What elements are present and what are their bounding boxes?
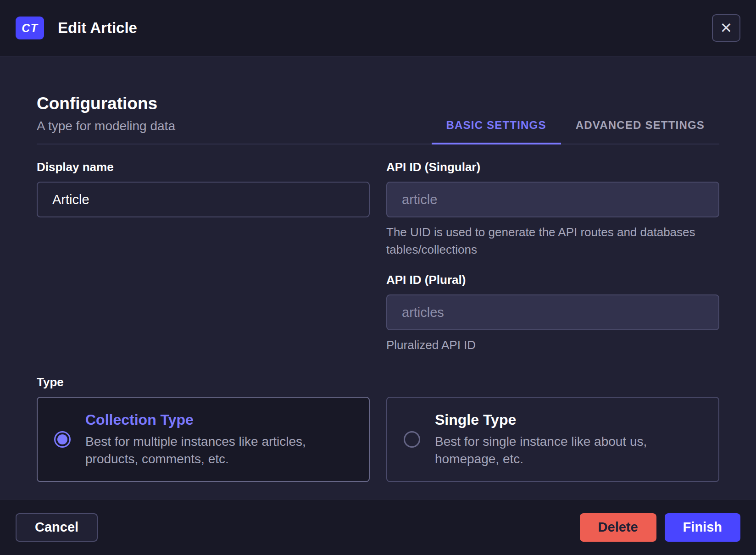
api-id-plural-field-group: API ID (Plural) Pluralized API ID	[386, 273, 719, 354]
collection-type-description: Best for multiple instances like article…	[85, 433, 352, 468]
close-button[interactable]: ✕	[712, 14, 740, 42]
form-grid: Display name API ID (Singular) The UID i…	[37, 160, 719, 354]
delete-button[interactable]: Delete	[580, 513, 656, 542]
form-column-left: Display name	[37, 160, 370, 354]
settings-tabs: BASIC SETTINGS ADVANCED SETTINGS	[432, 119, 719, 144]
radio-dot-icon	[57, 434, 67, 444]
api-id-singular-hint: The UID is used to generate the API rout…	[386, 224, 698, 258]
finish-button[interactable]: Finish	[665, 513, 740, 542]
type-section: Type Collection Type Best for multiple i…	[37, 375, 719, 482]
type-cards: Collection Type Best for multiple instan…	[37, 397, 719, 482]
collection-type-title: Collection Type	[85, 411, 352, 428]
collection-type-text: Collection Type Best for multiple instan…	[85, 411, 352, 468]
api-id-plural-label: API ID (Plural)	[386, 273, 719, 287]
tab-advanced-settings[interactable]: ADVANCED SETTINGS	[561, 119, 719, 144]
modal-footer: Cancel Delete Finish	[0, 499, 756, 555]
page-subtitle: A type for modeling data	[37, 119, 175, 133]
display-name-label: Display name	[37, 160, 370, 174]
modal-body: Configurations A type for modeling data …	[0, 56, 756, 499]
modal-header: CT Edit Article ✕	[0, 0, 756, 56]
single-type-title: Single Type	[435, 411, 702, 428]
content-type-badge-icon: CT	[16, 17, 44, 39]
single-type-description: Best for single instance like about us, …	[435, 433, 702, 468]
api-id-singular-label: API ID (Singular)	[386, 160, 719, 174]
modal-title: Edit Article	[58, 19, 137, 37]
display-name-field-group: Display name	[37, 160, 370, 217]
form-column-right: API ID (Singular) The UID is used to gen…	[386, 160, 719, 354]
edit-content-type-modal: CT Edit Article ✕ Configurations A type …	[0, 0, 756, 555]
cancel-button[interactable]: Cancel	[16, 513, 98, 542]
api-id-singular-input[interactable]	[386, 182, 719, 217]
close-icon: ✕	[720, 19, 733, 37]
display-name-input[interactable]	[37, 182, 370, 217]
configurations-header: Configurations A type for modeling data …	[37, 94, 719, 144]
api-id-plural-input[interactable]	[386, 294, 719, 330]
configurations-titles: Configurations A type for modeling data	[37, 94, 175, 144]
type-label: Type	[37, 375, 719, 389]
single-type-text: Single Type Best for single instance lik…	[435, 411, 702, 468]
single-type-radio-unselected-icon[interactable]	[404, 431, 420, 448]
tab-basic-settings[interactable]: BASIC SETTINGS	[432, 119, 561, 144]
collection-type-option[interactable]: Collection Type Best for multiple instan…	[37, 397, 370, 482]
api-id-singular-field-group: API ID (Singular) The UID is used to gen…	[386, 160, 719, 258]
single-type-option[interactable]: Single Type Best for single instance lik…	[386, 397, 719, 482]
api-id-plural-hint: Pluralized API ID	[386, 337, 698, 354]
collection-type-radio-selected-icon[interactable]	[54, 431, 71, 448]
page-title: Configurations	[37, 94, 175, 113]
